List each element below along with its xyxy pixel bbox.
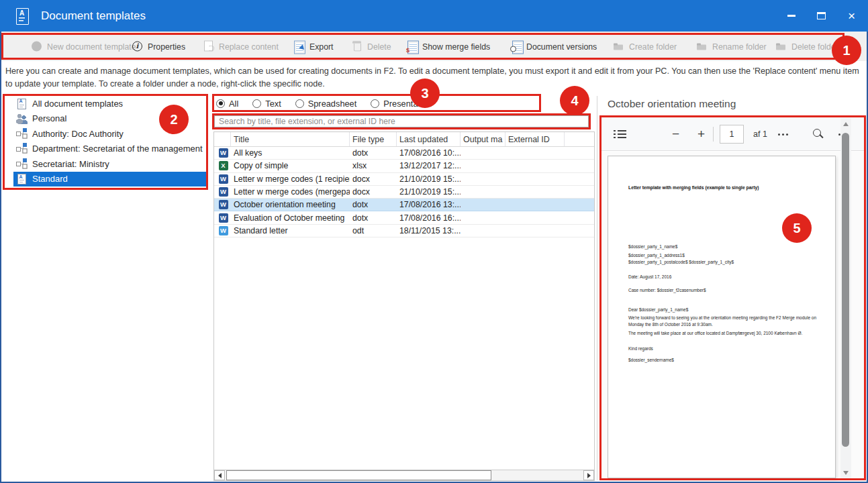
cell-title: Copy of simple bbox=[231, 161, 350, 170]
cell-title: All keys bbox=[231, 148, 350, 158]
doc-body-paragraph-1: We're looking forward to seeing you at t… bbox=[628, 315, 824, 328]
template-row-letter-w-merge-codes-mergeparty[interactable]: Letter w merge codes (mergeparty) docx 2… bbox=[214, 186, 594, 199]
tree-item-secretariat-ministry[interactable]: Secretariat: Ministry bbox=[13, 156, 206, 172]
type-filter: All Text Spreadsheet Presentation bbox=[216, 96, 432, 111]
maximize-button[interactable] bbox=[806, 0, 836, 32]
document-template-icon bbox=[16, 173, 28, 184]
template-row-evaluation-of-october-meeting[interactable]: Evaluation of October meeting dotx 17/08… bbox=[214, 211, 594, 224]
toolbar-button-properties[interactable]: Properties bbox=[132, 41, 185, 52]
radio-icon bbox=[252, 99, 261, 108]
template-row-letter-w-merge-codes-1-recipient[interactable]: Letter w merge codes (1 recipient) docx … bbox=[214, 173, 594, 186]
odt-file-icon bbox=[219, 226, 228, 235]
template-row-copy-of-simple[interactable]: Copy of simple xlsx 13/12/2017 12:... bbox=[214, 160, 594, 172]
template-row-all-keys[interactable]: All keys dotx 17/08/2016 10:... bbox=[214, 147, 594, 160]
preview-toolbar: − + af 1 bbox=[601, 117, 864, 151]
toolbar-button-delete-folder[interactable]: Delete folder bbox=[775, 41, 838, 52]
minimize-button[interactable] bbox=[776, 0, 806, 32]
outline-toc-icon[interactable] bbox=[614, 129, 627, 140]
column-last-updated[interactable]: Last updated bbox=[397, 132, 461, 146]
rename-folder-icon bbox=[696, 41, 708, 52]
filter-option-all[interactable]: All bbox=[216, 99, 238, 109]
word-file-icon bbox=[219, 200, 228, 209]
doc-date-line: Date: August 17, 2016 bbox=[628, 274, 824, 280]
horizontal-scroll-thumb[interactable] bbox=[226, 470, 491, 480]
annotation-number: 3 bbox=[421, 86, 428, 101]
tree-item-department-secretariat-of-the-management[interactable]: Department: Secretariat of the managemen… bbox=[13, 142, 206, 157]
column-filler bbox=[565, 132, 594, 146]
toolbar-button-create-folder[interactable]: Create folder bbox=[613, 41, 677, 52]
table-horizontal-scrollbar[interactable] bbox=[213, 470, 595, 481]
minimize-icon bbox=[787, 15, 795, 17]
zoom-in-button[interactable]: + bbox=[697, 129, 705, 140]
document-page: Letter template with merging fields (exa… bbox=[608, 156, 836, 478]
template-row-standard-letter[interactable]: Standard letter odt 18/11/2015 13:... bbox=[214, 225, 594, 237]
word-file-icon bbox=[219, 148, 228, 158]
scroll-left-button[interactable] bbox=[214, 470, 225, 480]
radio-icon bbox=[371, 99, 379, 108]
search-input[interactable] bbox=[214, 115, 589, 127]
cell-file-type: docx bbox=[350, 174, 397, 184]
toolbar-button-replace-content[interactable]: Replace content bbox=[203, 41, 279, 52]
toolbar-button-show-merge-fields[interactable]: Show merge fields bbox=[406, 41, 490, 52]
cell-last-updated: 21/10/2019 15:... bbox=[397, 187, 461, 197]
close-button[interactable]: × bbox=[836, 0, 867, 32]
scroll-up-icon[interactable] bbox=[843, 122, 849, 126]
preview-vertical-scrollbar[interactable] bbox=[840, 118, 851, 479]
column-file-type[interactable]: File type bbox=[350, 132, 397, 146]
cell-file-type: dotx bbox=[350, 213, 397, 223]
left-arrow-icon bbox=[218, 473, 222, 478]
annotation-circle-3: 3 bbox=[410, 78, 440, 108]
column-output[interactable]: Output ma bbox=[461, 132, 505, 146]
toolbar-button-export[interactable]: Export bbox=[293, 41, 334, 52]
search-icon[interactable] bbox=[812, 129, 826, 140]
cell-last-updated: 13/12/2017 12:... bbox=[397, 161, 461, 170]
orgchart-icon bbox=[16, 158, 28, 170]
table-header: Title File type Last updated Output ma E… bbox=[214, 132, 594, 147]
tree-item-standard[interactable]: Standard bbox=[13, 172, 206, 187]
toolbar-button-document-versions[interactable]: Document versions bbox=[510, 41, 597, 52]
page-number-input[interactable] bbox=[720, 125, 744, 144]
delete-icon bbox=[351, 41, 363, 52]
filter-option-spreadsheet[interactable]: Spreadsheet bbox=[295, 99, 357, 109]
more-options-icon[interactable] bbox=[777, 129, 789, 140]
toolbar-button-rename-folder[interactable]: Rename folder bbox=[696, 41, 767, 52]
document-template-icon bbox=[16, 98, 28, 109]
preview-title: October orientation meeting bbox=[608, 98, 736, 110]
cell-file-type: xlsx bbox=[350, 161, 397, 170]
vertical-scroll-thumb[interactable] bbox=[842, 133, 849, 447]
scroll-down-icon[interactable] bbox=[843, 471, 849, 475]
scroll-right-button[interactable] bbox=[583, 470, 594, 480]
toolbar: New document template Properties Replace… bbox=[0, 32, 868, 61]
toolbar-button-delete[interactable]: Delete bbox=[351, 41, 391, 52]
cell-last-updated: 18/11/2015 13:... bbox=[397, 226, 461, 235]
annotation-circle-5: 5 bbox=[782, 213, 812, 243]
radio-icon bbox=[295, 99, 304, 108]
annotation-circle-2: 2 bbox=[159, 105, 189, 134]
column-icon bbox=[214, 132, 231, 146]
column-external-id[interactable]: External ID bbox=[505, 132, 565, 146]
window-title: Document templates bbox=[41, 9, 146, 23]
zoom-out-button[interactable]: − bbox=[672, 129, 679, 140]
column-title[interactable]: Title bbox=[231, 132, 350, 146]
filter-option-text[interactable]: Text bbox=[252, 99, 281, 109]
orgchart-icon bbox=[16, 128, 28, 140]
create-folder-icon bbox=[613, 41, 624, 52]
cell-title: Letter w merge codes (1 recipient) bbox=[231, 174, 350, 184]
radio-icon bbox=[216, 99, 225, 108]
template-row-october-orientation-meeting[interactable]: October orientation meeting dotx 17/08/2… bbox=[214, 199, 594, 211]
word-file-icon bbox=[219, 187, 228, 197]
doc-closing: Kind regards bbox=[628, 345, 824, 352]
annotation-number: 4 bbox=[571, 93, 578, 109]
orgchart-icon bbox=[16, 143, 28, 154]
doc-case-line: Case number: $dossier_f2casenumber$ bbox=[628, 287, 824, 294]
cell-file-type: dotx bbox=[350, 148, 397, 158]
doc-merge-field-address: $dossier_party_1_address1$ bbox=[628, 252, 824, 259]
cell-last-updated: 17/08/2016 10:... bbox=[397, 148, 461, 158]
people-icon bbox=[16, 113, 28, 124]
page-count-label: af 1 bbox=[753, 129, 767, 139]
templates-table: Title File type Last updated Output ma E… bbox=[213, 131, 595, 470]
doc-salutation: Dear $dossier_party_1_name$ bbox=[628, 307, 824, 313]
cell-title: Evaluation of October meeting bbox=[231, 213, 350, 223]
toolbar-button-new-document-template[interactable]: New document template bbox=[31, 41, 136, 52]
doc-merge-field-postal-city: $dossier_party_1_postalcode$ $dossier_pa… bbox=[628, 259, 824, 266]
